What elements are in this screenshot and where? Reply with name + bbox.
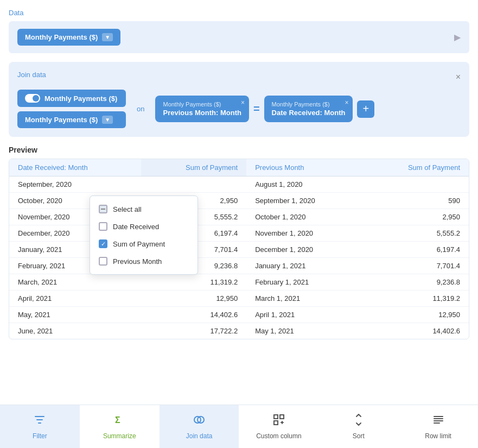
preview-table-wrapper: Date Received: Month Sum of Payment Prev… [9,159,469,339]
date-received-item[interactable]: Date Received [90,218,197,235]
table-row: June, 2021 17,722.2 May 1, 2021 14,402.6 [9,323,469,339]
table-row: November, 2020 5,555.2 October 1, 2020 2… [9,209,469,225]
on-label: on [132,105,149,113]
indeterminate-dash [101,209,105,210]
svg-rect-8 [274,421,278,425]
filter-icon [33,413,46,429]
table-row: March, 2021 11,319.2 February 1, 2021 9,… [9,274,469,291]
chevron-down-icon-2: ▼ [102,116,113,124]
table-row: September, 2020 August 1, 2020 [9,176,469,193]
pill2-close-icon[interactable]: × [345,99,348,106]
select-all-item[interactable]: Select all [90,200,197,218]
join-pill-1: Monthly Payments ($) Previous Month: Mon… [155,96,248,122]
cell-prev-sum: 11,319.2 [364,291,469,307]
preview-label: Preview [9,146,469,154]
custom-column-label: Custom column [256,432,301,440]
cell-prev-sum: 590 [364,193,469,209]
cell-prev-date: August 1, 2020 [246,176,364,193]
cell-sum [141,176,246,193]
cell-date: September, 2020 [9,176,141,193]
cell-sum: 14,402.6 [141,307,246,323]
previous-month-item[interactable]: Previous Month [90,253,197,270]
sum-of-payment-label: Sum of Payment [113,240,165,248]
cell-sum: 17,722.2 [141,323,246,339]
cell-date: May, 2021 [9,307,141,323]
column-dropdown: Select all Date Received ✓ Sum of Paymen… [90,195,198,275]
equals-sign: = [253,103,260,115]
pill2-title: Monthly Payments ($) [272,101,346,108]
col1-sum-header: Sum of Payment [141,159,246,176]
cell-prev-sum [364,176,469,193]
cell-prev-sum: 6,197.4 [364,242,469,258]
table-row: December, 2020 6,197.4 November 1, 2020 … [9,225,469,242]
summarize-toolbar-item[interactable]: Σ Summarize [80,405,160,448]
monthly-payments-button[interactable]: Monthly Payments ($) ▼ [17,29,120,46]
table-row: January, 2021 7,701.4 December 1, 2020 6… [9,242,469,258]
bottom-toolbar: Filter Σ Summarize Join data [0,405,478,448]
filter-toolbar-item[interactable]: Filter [0,405,80,448]
custom-column-icon [272,413,285,429]
svg-rect-6 [274,415,278,419]
join-row: Monthly Payments ($) Monthly Payments ($… [17,90,461,128]
join-monthly-payments-button1[interactable]: Monthly Payments ($) [17,90,126,107]
sort-toolbar-item[interactable]: Sort [318,405,398,448]
previous-month-checkbox[interactable] [99,257,107,266]
pill1-close-icon[interactable]: × [241,99,245,106]
pill1-title: Monthly Payments ($) [163,101,241,108]
table-row: May, 2021 14,402.6 April 1, 2021 12,950 [9,307,469,323]
join-data-label: Join data [17,71,46,79]
cell-prev-sum: 2,950 [364,209,469,225]
select-all-label: Select all [113,205,142,213]
row-limit-toolbar-item[interactable]: Row limit [398,405,478,448]
cell-sum: 12,950 [141,291,246,307]
svg-rect-7 [280,415,284,419]
pill2-value: Date Received: Month [272,109,346,117]
table-header-row: Date Received: Month Sum of Payment Prev… [9,159,469,176]
sum-of-payment-item[interactable]: ✓ Sum of Payment [90,235,197,253]
join-data-section: Join data × Monthly Payments ($) Monthly… [9,62,469,137]
sum-of-payment-checkbox[interactable]: ✓ [99,239,107,248]
col2-header: Previous Month [246,159,364,176]
toggle-icon [25,94,40,103]
close-join-button[interactable]: × [456,72,461,82]
table-row: February, 2021 9,236.8 January 1, 2021 7… [9,258,469,274]
cell-prev-sum: 14,402.6 [364,323,469,339]
join-button1-label: Monthly Payments ($) [44,94,117,103]
row-limit-label: Row limit [425,432,451,440]
cell-date: June, 2021 [9,323,141,339]
join-monthly-payments-button2[interactable]: Monthly Payments ($) ▼ [17,111,126,128]
summarize-icon: Σ [113,413,126,429]
cell-date: March, 2021 [9,274,141,291]
sort-label: Sort [353,432,365,440]
table-row: October, 2020 2,950 September 1, 2020 59… [9,193,469,209]
join-pill-2: Monthly Payments ($) Date Received: Mont… [264,96,353,122]
join-data-icon [193,413,206,429]
cell-prev-date: February 1, 2021 [246,274,364,291]
toggle-circle [33,95,39,102]
add-join-condition-button[interactable]: + [357,100,374,118]
pill1-value: Previous Month: Month [163,109,241,117]
cell-prev-sum: 12,950 [364,307,469,323]
col1-header: Date Received: Month [9,159,141,176]
cell-prev-sum: 9,236.8 [364,274,469,291]
cell-prev-date: September 1, 2020 [246,193,364,209]
monthly-payments-label: Monthly Payments ($) [25,33,98,41]
chevron-down-icon: ▼ [102,33,113,41]
custom-column-toolbar-item[interactable]: Custom column [239,405,318,448]
cell-prev-date: November 1, 2020 [246,225,364,242]
cell-prev-date: December 1, 2020 [246,242,364,258]
cell-prev-sum: 5,555.2 [364,225,469,242]
data-row: Monthly Payments ($) ▼ ▶ [9,21,469,53]
cell-prev-date: March 1, 2021 [246,291,364,307]
col3-header: Sum of Payment [364,159,469,176]
select-all-checkbox[interactable] [99,205,107,213]
join-section-header: Join data × [17,71,461,83]
date-received-checkbox[interactable] [99,222,107,231]
preview-table: Date Received: Month Sum of Payment Prev… [9,159,469,339]
cell-prev-sum: 7,701.4 [364,258,469,274]
join-data-toolbar-item[interactable]: Join data [160,405,239,448]
data-section-label: Data [9,9,469,17]
join-pills: Monthly Payments ($) Previous Month: Mon… [155,96,461,122]
arrow-right-icon: ▶ [454,32,461,42]
join-data-label: Join data [186,432,213,440]
